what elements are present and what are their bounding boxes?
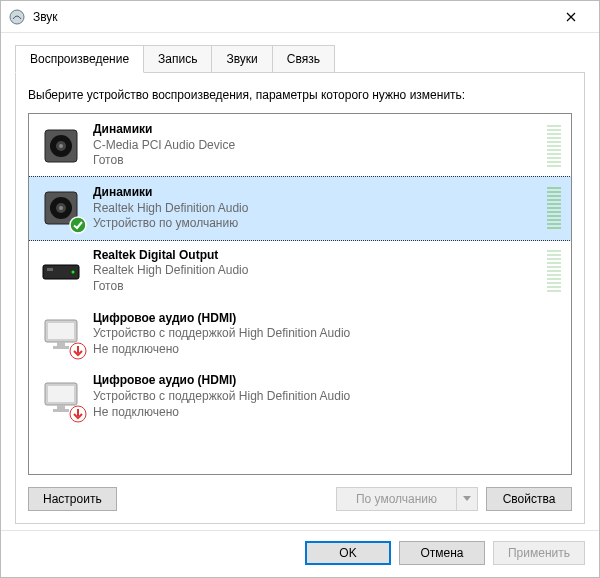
svg-rect-20 bbox=[57, 405, 65, 409]
properties-button[interactable]: Свойства bbox=[486, 487, 572, 511]
vu-meter bbox=[547, 187, 561, 229]
tab-label: Воспроизведение bbox=[30, 52, 129, 66]
dialog-body: Воспроизведение Запись Звуки Связь Выбер… bbox=[1, 33, 599, 530]
monitor-icon bbox=[39, 312, 83, 356]
device-status: Устройство по умолчанию bbox=[93, 216, 537, 232]
close-button[interactable] bbox=[551, 3, 591, 31]
titlebar: Звук bbox=[1, 1, 599, 33]
button-label: По умолчанию bbox=[356, 492, 437, 506]
tab-label: Звуки bbox=[226, 52, 257, 66]
device-text: ДинамикиRealtek High Definition AudioУст… bbox=[93, 185, 537, 232]
svg-point-12 bbox=[72, 271, 75, 274]
tab-panel-playback: Выберите устройство воспроизведения, пар… bbox=[15, 72, 585, 524]
window-title: Звук bbox=[33, 10, 551, 24]
device-driver: Устройство с поддержкой High Definition … bbox=[93, 326, 561, 342]
device-status: Не подключено bbox=[93, 342, 561, 358]
tab-label: Связь bbox=[287, 52, 320, 66]
tab-recording[interactable]: Запись bbox=[143, 45, 212, 72]
device-row[interactable]: Цифровое аудио (HDMI)Устройство с поддер… bbox=[29, 365, 571, 428]
button-label: Свойства bbox=[503, 492, 556, 506]
set-default-split-button[interactable]: По умолчанию bbox=[336, 487, 478, 511]
cancel-button[interactable]: Отмена bbox=[399, 541, 485, 565]
device-text: Цифровое аудио (HDMI)Устройство с поддер… bbox=[93, 311, 561, 358]
tab-label: Запись bbox=[158, 52, 197, 66]
vu-meter bbox=[547, 250, 561, 292]
svg-rect-11 bbox=[47, 268, 53, 271]
svg-point-9 bbox=[70, 217, 86, 233]
device-driver: Realtek High Definition Audio bbox=[93, 263, 537, 279]
disconnected-badge-icon bbox=[69, 405, 87, 423]
device-name: Цифровое аудио (HDMI) bbox=[93, 311, 561, 327]
set-default-button[interactable]: По умолчанию bbox=[336, 487, 456, 511]
device-driver: Устройство с поддержкой High Definition … bbox=[93, 389, 561, 405]
device-row[interactable]: Realtek Digital OutputRealtek High Defin… bbox=[29, 240, 571, 303]
close-icon bbox=[566, 12, 576, 22]
button-label: Настроить bbox=[43, 492, 102, 506]
set-default-dropdown[interactable] bbox=[456, 487, 478, 511]
device-name: Динамики bbox=[93, 122, 537, 138]
button-label: OK bbox=[339, 546, 356, 560]
default-badge-icon bbox=[69, 216, 87, 234]
button-label: Отмена bbox=[420, 546, 463, 560]
digital-out-icon bbox=[39, 249, 83, 293]
dialog-footer: OK Отмена Применить bbox=[1, 530, 599, 577]
vu-meter bbox=[547, 125, 561, 167]
device-status: Готов bbox=[93, 153, 537, 169]
device-row[interactable]: ДинамикиRealtek High Definition AudioУст… bbox=[28, 176, 572, 241]
chevron-down-icon bbox=[463, 496, 471, 502]
device-name: Динамики bbox=[93, 185, 537, 201]
tab-communications[interactable]: Связь bbox=[272, 45, 335, 72]
device-driver: Realtek High Definition Audio bbox=[93, 201, 537, 217]
svg-rect-15 bbox=[57, 342, 65, 346]
device-text: Realtek Digital OutputRealtek High Defin… bbox=[93, 248, 537, 295]
svg-rect-16 bbox=[53, 346, 69, 349]
device-status: Готов bbox=[93, 279, 537, 295]
device-text: ДинамикиC-Media PCI Audio DeviceГотов bbox=[93, 122, 537, 169]
disconnected-badge-icon bbox=[69, 342, 87, 360]
action-row: Настроить По умолчанию Свойства bbox=[28, 487, 572, 511]
device-text: Цифровое аудио (HDMI)Устройство с поддер… bbox=[93, 373, 561, 420]
svg-rect-14 bbox=[48, 323, 74, 339]
tab-strip: Воспроизведение Запись Звуки Связь bbox=[15, 45, 585, 72]
tab-playback[interactable]: Воспроизведение bbox=[15, 45, 144, 73]
device-driver: C-Media PCI Audio Device bbox=[93, 138, 537, 154]
speaker-icon bbox=[39, 124, 83, 168]
app-icon bbox=[9, 9, 25, 25]
svg-point-8 bbox=[59, 206, 63, 210]
ok-button[interactable]: OK bbox=[305, 541, 391, 565]
monitor-icon bbox=[39, 375, 83, 419]
device-row[interactable]: ДинамикиC-Media PCI Audio DeviceГотов bbox=[29, 114, 571, 177]
svg-rect-19 bbox=[48, 386, 74, 402]
speaker-icon bbox=[39, 186, 83, 230]
device-row[interactable]: Цифровое аудио (HDMI)Устройство с поддер… bbox=[29, 303, 571, 366]
configure-button[interactable]: Настроить bbox=[28, 487, 117, 511]
device-list[interactable]: ДинамикиC-Media PCI Audio DeviceГотовДин… bbox=[28, 113, 572, 475]
instructions: Выберите устройство воспроизведения, пар… bbox=[28, 87, 572, 103]
device-status: Не подключено bbox=[93, 405, 561, 421]
button-label: Применить bbox=[508, 546, 570, 560]
svg-rect-21 bbox=[53, 409, 69, 412]
sound-dialog: Звук Воспроизведение Запись Звуки Связь … bbox=[0, 0, 600, 578]
device-name: Цифровое аудио (HDMI) bbox=[93, 373, 561, 389]
tab-sounds[interactable]: Звуки bbox=[211, 45, 272, 72]
svg-point-4 bbox=[59, 144, 63, 148]
device-name: Realtek Digital Output bbox=[93, 248, 537, 264]
apply-button[interactable]: Применить bbox=[493, 541, 585, 565]
svg-point-0 bbox=[10, 10, 24, 24]
